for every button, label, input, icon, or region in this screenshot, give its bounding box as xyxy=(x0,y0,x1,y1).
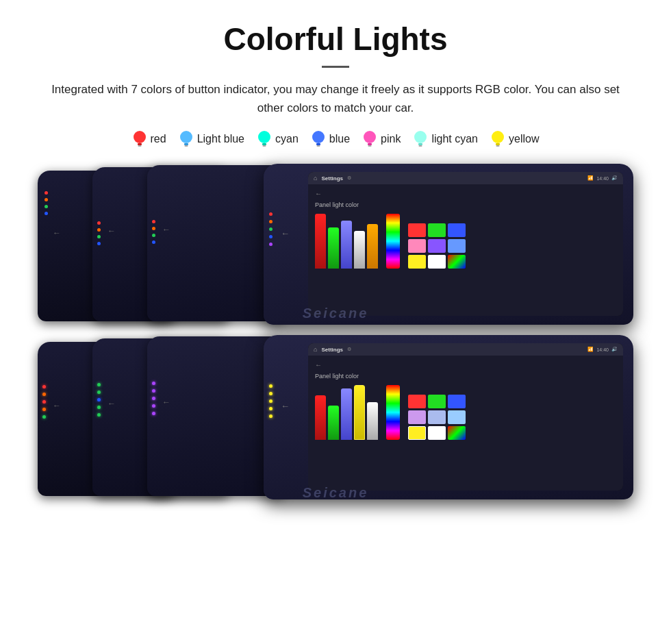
title-divider xyxy=(322,66,349,68)
color-name-pink: pink xyxy=(381,133,401,145)
color-name-yellow: yellow xyxy=(509,133,539,145)
screen-topbar-top: ⌂ Settings ⚙ 📶 14:40 🔊 xyxy=(308,172,623,184)
nav-arrow-g1: ← xyxy=(53,228,61,238)
color-label-cyan: cyan xyxy=(257,129,299,149)
bar-b-white xyxy=(367,402,378,440)
page-container: Colorful Lights Integrated with 7 colors… xyxy=(0,0,671,527)
svg-point-9 xyxy=(312,131,325,143)
swatch-b5 xyxy=(428,410,446,424)
swatch-9 xyxy=(448,255,466,269)
bar-orange xyxy=(367,224,378,269)
swatch-5 xyxy=(428,239,446,253)
topbar-right-top: 📶 14:40 🔊 xyxy=(587,175,618,181)
svg-point-0 xyxy=(134,131,146,143)
color-labels-row: red Light blue cyan xyxy=(27,129,644,149)
main-nav-arrow-bottom: ← xyxy=(281,401,290,411)
nav-arrow-g2: ← xyxy=(107,226,116,236)
settings-gear-bottom: ⚙ xyxy=(347,347,351,352)
vol-icon-top: 🔊 xyxy=(611,175,618,181)
bar-blue xyxy=(341,221,352,269)
color-name-red: red xyxy=(151,133,166,145)
swatch-1 xyxy=(408,223,426,237)
panel-content-bottom xyxy=(315,385,616,440)
svg-rect-8 xyxy=(263,145,266,147)
color-name-blue: blue xyxy=(329,133,350,145)
bulb-icon-lightblue xyxy=(179,129,194,149)
color-label-yellow: yellow xyxy=(490,129,539,149)
color-name-cyan: cyan xyxy=(275,133,299,145)
nav-arrow-g3: ← xyxy=(162,225,170,234)
color-label-blue: blue xyxy=(311,129,350,149)
bar-red xyxy=(315,214,326,269)
panel-light-label-top: Panel light color xyxy=(315,201,616,208)
swatch-b4 xyxy=(408,410,426,424)
bar-white xyxy=(354,231,365,269)
main-side-btns-bottom xyxy=(269,384,273,418)
main-unit-bottom: ← ⌂ Settings ⚙ 📶 14:40 🔊 xyxy=(264,335,633,499)
swatch-b8 xyxy=(428,426,446,440)
home-icon-bottom: ⌂ xyxy=(314,346,317,353)
main-unit-top: ← ⌂ Settings ⚙ 📶 14:40 🔊 xyxy=(264,164,633,325)
svg-point-15 xyxy=(414,131,427,143)
home-icon-top: ⌂ xyxy=(314,175,317,182)
main-screen-bottom: ⌂ Settings ⚙ 📶 14:40 🔊 ← Panel l xyxy=(308,343,623,491)
nav-arrow-b1: ← xyxy=(53,401,61,410)
svg-rect-5 xyxy=(184,145,188,147)
bulb-icon-lightcyan xyxy=(413,129,428,149)
nav-arrow-b2: ← xyxy=(107,399,116,408)
bar-b-green xyxy=(328,406,339,440)
svg-rect-11 xyxy=(316,145,320,147)
time-bottom: 14:40 xyxy=(596,347,609,352)
main-screen-top: ⌂ Settings ⚙ 📶 14:40 🔊 ← Panel xyxy=(308,172,623,316)
settings-title-bottom: Settings xyxy=(321,347,343,353)
side-btns-g3 xyxy=(152,220,155,244)
rainbow-bar-bottom xyxy=(386,385,400,440)
svg-rect-7 xyxy=(262,143,266,145)
description-text: Integrated with 7 colors of button indic… xyxy=(41,80,630,117)
nav-arrow-b3: ← xyxy=(162,397,170,407)
screen-content-bottom: ← Panel light color xyxy=(308,356,623,491)
color-label-lightcyan: light cyan xyxy=(413,129,478,149)
svg-rect-2 xyxy=(138,145,141,147)
swatch-b6 xyxy=(448,410,466,424)
main-side-btns-top xyxy=(269,212,273,246)
swatch-4 xyxy=(408,239,426,253)
panel-light-label-bottom: Panel light color xyxy=(315,373,616,380)
back-arrow-top: ← xyxy=(315,190,616,197)
back-arrow-bottom: ← xyxy=(315,361,616,369)
swatch-8 xyxy=(428,255,446,269)
svg-rect-14 xyxy=(368,145,372,147)
swatch-2 xyxy=(428,223,446,237)
svg-rect-19 xyxy=(496,143,500,145)
panel-content-top xyxy=(315,214,616,269)
bulb-icon-pink xyxy=(362,129,377,149)
swatch-6 xyxy=(448,239,466,253)
page-title: Colorful Lights xyxy=(27,21,644,58)
topbar-left-bottom: ⌂ Settings ⚙ xyxy=(314,346,351,353)
bottom-stack-group: ← ← xyxy=(38,335,633,506)
color-bars-top xyxy=(315,214,378,269)
svg-rect-20 xyxy=(496,145,500,147)
svg-rect-10 xyxy=(316,143,320,145)
svg-rect-17 xyxy=(419,145,422,147)
bulb-icon-yellow xyxy=(490,129,505,149)
color-bars-bottom xyxy=(315,385,378,440)
topbar-left-top: ⌂ Settings ⚙ xyxy=(314,175,351,182)
bar-green xyxy=(328,227,339,269)
vol-icon-bottom: 🔊 xyxy=(611,347,618,352)
bar-b-red xyxy=(315,395,326,440)
svg-point-12 xyxy=(364,131,376,143)
settings-title-top: Settings xyxy=(321,175,343,182)
bar-b-blue xyxy=(341,388,352,440)
bulb-icon-blue xyxy=(311,129,326,149)
swatch-b9 xyxy=(448,426,466,440)
swatches-grid-bottom xyxy=(408,395,466,440)
swatch-b3 xyxy=(448,395,466,408)
swatches-grid-top xyxy=(408,223,466,269)
topbar-right-bottom: 📶 14:40 🔊 xyxy=(587,347,618,352)
time-top: 14:40 xyxy=(596,176,609,181)
bulb-icon-cyan xyxy=(257,129,272,149)
screen-topbar-bottom: ⌂ Settings ⚙ 📶 14:40 🔊 xyxy=(308,343,623,356)
wifi-icon-bottom: 📶 xyxy=(587,347,594,352)
side-btns-b2 xyxy=(97,383,101,417)
